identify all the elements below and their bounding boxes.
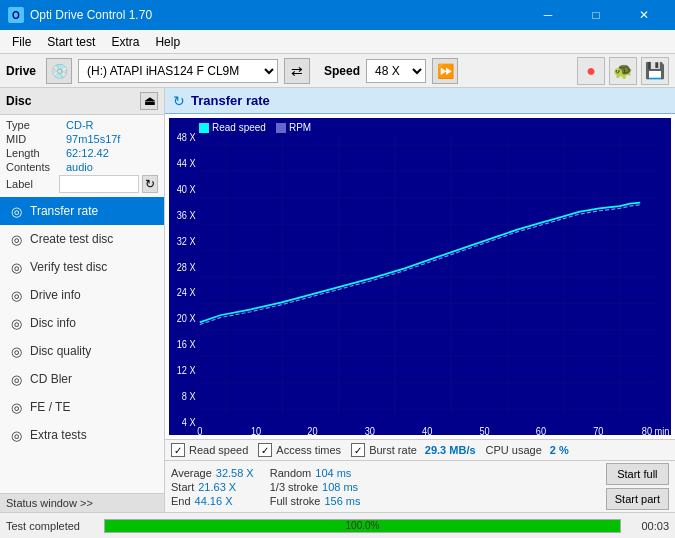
- burst-rate-stat-label: Burst rate: [369, 444, 417, 456]
- cd-bler-icon: ◎: [8, 371, 24, 387]
- disc-mid-val: 97m15s17f: [66, 133, 120, 145]
- col-random: Random 104 ms 1/3 stroke 108 ms Full str…: [270, 467, 390, 507]
- svg-text:4 X: 4 X: [182, 416, 196, 428]
- access-times-stat-label: Access times: [276, 444, 341, 456]
- start-key: Start: [171, 481, 194, 493]
- menu-help[interactable]: Help: [147, 33, 188, 51]
- col-labels: Average 32.58 X Start 21.63 X End 44.16 …: [171, 467, 254, 507]
- svg-text:12 X: 12 X: [177, 364, 196, 376]
- disc-eject-icon[interactable]: ⏏: [140, 92, 158, 110]
- svg-text:50: 50: [479, 425, 490, 435]
- disc-mid-key: MID: [6, 133, 66, 145]
- svg-text:60: 60: [536, 425, 547, 435]
- svg-text:24 X: 24 X: [177, 287, 196, 299]
- disc-contents-val: audio: [66, 161, 93, 173]
- start-full-button[interactable]: Start full: [606, 463, 669, 485]
- svg-text:28 X: 28 X: [177, 261, 196, 273]
- disc-type-key: Type: [6, 119, 66, 131]
- drive-label: Drive: [6, 64, 36, 78]
- content-panel: ↻ Transfer rate Read speed RPM: [165, 88, 675, 512]
- svg-text:20: 20: [307, 425, 318, 435]
- stat-burst-rate: ✓ Burst rate 29.3 MB/s: [351, 443, 475, 457]
- sidebar: Disc ⏏ Type CD-R MID 97m15s17f Length 62…: [0, 88, 165, 512]
- chart-area: Read speed RPM 48 X: [169, 118, 671, 435]
- color-icon[interactable]: ●: [577, 57, 605, 85]
- label-input[interactable]: [59, 175, 139, 193]
- svg-rect-1: [200, 136, 656, 415]
- speed-select[interactable]: 48 X: [366, 59, 426, 83]
- label-refresh-icon[interactable]: ↻: [142, 175, 158, 193]
- app-title: Opti Drive Control 1.70: [30, 8, 152, 22]
- end-val: 44.16 X: [195, 495, 233, 507]
- sidebar-item-verify-test-disc[interactable]: ◎ Verify test disc: [0, 253, 164, 281]
- start-val: 21.63 X: [198, 481, 236, 493]
- svg-text:20 X: 20 X: [177, 313, 196, 325]
- nav-label-extra-tests: Extra tests: [30, 428, 87, 442]
- sidebar-item-transfer-rate[interactable]: ◎ Transfer rate: [0, 197, 164, 225]
- drive-select[interactable]: (H:) ATAPI iHAS124 F CL9M: [78, 59, 278, 83]
- start-row: Start 21.63 X: [171, 481, 254, 493]
- nav-label-verify-test-disc: Verify test disc: [30, 260, 107, 274]
- read-speed-checkbox[interactable]: ✓: [171, 443, 185, 457]
- legend-read-speed-label: Read speed: [212, 122, 266, 133]
- menu-file[interactable]: File: [4, 33, 39, 51]
- read-speed-stat-label: Read speed: [189, 444, 248, 456]
- cpu-usage-value: 2 %: [550, 444, 569, 456]
- random-row: Random 104 ms: [270, 467, 390, 479]
- end-row: End 44.16 X: [171, 495, 254, 507]
- sidebar-item-extra-tests[interactable]: ◎ Extra tests: [0, 421, 164, 449]
- stroke1-key: 1/3 stroke: [270, 481, 318, 493]
- stat-read-speed: ✓ Read speed: [171, 443, 248, 457]
- app-icon: O: [8, 7, 24, 23]
- sidebar-item-create-test-disc[interactable]: ◎ Create test disc: [0, 225, 164, 253]
- sidebar-item-drive-info[interactable]: ◎ Drive info: [0, 281, 164, 309]
- verify-test-disc-icon: ◎: [8, 259, 24, 275]
- main-area: Disc ⏏ Type CD-R MID 97m15s17f Length 62…: [0, 88, 675, 512]
- legend-rpm-label: RPM: [289, 122, 311, 133]
- disc-header: Disc ⏏: [0, 88, 164, 115]
- save-icon[interactable]: 💾: [641, 57, 669, 85]
- disc-length-key: Length: [6, 147, 66, 159]
- status-text: Test completed: [6, 520, 96, 532]
- stats-row: ✓ Read speed ✓ Access times ✓ Burst rate…: [165, 439, 675, 460]
- average-key: Average: [171, 467, 212, 479]
- sidebar-item-disc-quality[interactable]: ◎ Disc quality: [0, 337, 164, 365]
- menu-start-test[interactable]: Start test: [39, 33, 103, 51]
- svg-text:0: 0: [197, 425, 203, 435]
- minimize-button[interactable]: ─: [525, 0, 571, 30]
- create-test-disc-icon: ◎: [8, 231, 24, 247]
- svg-text:40: 40: [422, 425, 433, 435]
- sidebar-item-fe-te[interactable]: ◎ FE / TE: [0, 393, 164, 421]
- sidebar-item-disc-info[interactable]: ◎ Disc info: [0, 309, 164, 337]
- close-button[interactable]: ✕: [621, 0, 667, 30]
- drive-refresh-icon[interactable]: ⇄: [284, 58, 310, 84]
- progress-bar: 100.0%: [104, 519, 621, 533]
- chart-svg: 48 X 44 X 40 X 36 X 32 X 28 X 24 X 20 X …: [169, 118, 671, 435]
- menu-extra[interactable]: Extra: [103, 33, 147, 51]
- svg-text:32 X: 32 X: [177, 235, 196, 247]
- disc-info-table: Type CD-R MID 97m15s17f Length 62:12.42 …: [0, 115, 164, 197]
- access-times-checkbox[interactable]: ✓: [258, 443, 272, 457]
- drive-eject-icon[interactable]: 💿: [46, 58, 72, 84]
- status-window-button[interactable]: Status window >>: [0, 493, 164, 512]
- stroke1-val: 108 ms: [322, 481, 358, 493]
- burst-rate-checkbox[interactable]: ✓: [351, 443, 365, 457]
- legend-read-speed: Read speed: [199, 122, 266, 133]
- speed-icon[interactable]: ⏩: [432, 58, 458, 84]
- svg-text:16 X: 16 X: [177, 339, 196, 351]
- start-part-button[interactable]: Start part: [606, 488, 669, 510]
- svg-text:80 min: 80 min: [642, 425, 670, 435]
- legend-rpm: RPM: [276, 122, 311, 133]
- maximize-button[interactable]: □: [573, 0, 619, 30]
- speed-label: Speed: [324, 64, 360, 78]
- extra-tests-icon: ◎: [8, 427, 24, 443]
- nav-label-fe-te: FE / TE: [30, 400, 70, 414]
- nav-label-transfer-rate: Transfer rate: [30, 204, 98, 218]
- svg-text:44 X: 44 X: [177, 158, 196, 170]
- sidebar-item-cd-bler[interactable]: ◎ CD Bler: [0, 365, 164, 393]
- time-label: 00:03: [629, 520, 669, 532]
- svg-text:70: 70: [593, 425, 604, 435]
- nav-label-drive-info: Drive info: [30, 288, 81, 302]
- svg-text:30: 30: [365, 425, 376, 435]
- turtle-icon[interactable]: 🐢: [609, 57, 637, 85]
